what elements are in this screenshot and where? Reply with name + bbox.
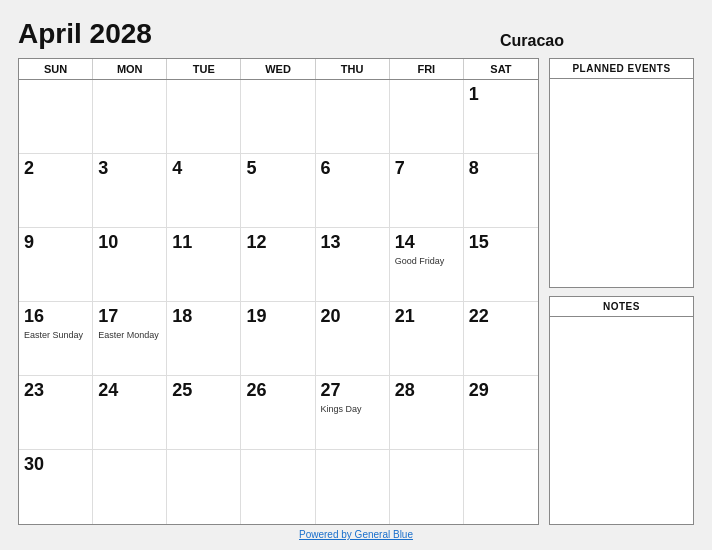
header: April 2028 Curacao: [18, 18, 694, 50]
calendar-cell: 10: [93, 228, 167, 302]
calendar-cell: 25: [167, 376, 241, 450]
calendar-cell: [390, 80, 464, 154]
day-number: 9: [24, 232, 34, 254]
day-number: 4: [172, 158, 182, 180]
calendar-cell: 20: [316, 302, 390, 376]
calendar-grid: 1234567891011121314Good Friday1516Easter…: [19, 80, 538, 524]
day-number: 8: [469, 158, 479, 180]
holiday-label: Easter Monday: [98, 330, 159, 341]
notes-content: [550, 317, 693, 437]
calendar-cell: 15: [464, 228, 538, 302]
calendar-cell: [19, 80, 93, 154]
calendar-cell: 4: [167, 154, 241, 228]
calendar-cell: 5: [241, 154, 315, 228]
calendar-cell: [167, 450, 241, 524]
calendar-cell: [316, 450, 390, 524]
day-number: 20: [321, 306, 341, 328]
calendar-cell: 21: [390, 302, 464, 376]
calendar-cell: 24: [93, 376, 167, 450]
calendar-cell: 29: [464, 376, 538, 450]
day-number: 22: [469, 306, 489, 328]
day-number: 17: [98, 306, 118, 328]
calendar-cell: 11: [167, 228, 241, 302]
day-number: 15: [469, 232, 489, 254]
day-number: 12: [246, 232, 266, 254]
day-header: MON: [93, 59, 167, 79]
planned-events-label: PLANNED EVENTS: [550, 59, 693, 79]
sidebar: PLANNED EVENTS NOTES: [549, 58, 694, 525]
day-number: 21: [395, 306, 415, 328]
calendar-section: SUNMONTUEWEDTHUFRISAT 123456789101112131…: [18, 58, 539, 525]
day-number: 25: [172, 380, 192, 402]
calendar-cell: 8: [464, 154, 538, 228]
day-number: 10: [98, 232, 118, 254]
calendar-cell: 30: [19, 450, 93, 524]
day-header: SUN: [19, 59, 93, 79]
planned-events-content: [550, 79, 693, 239]
calendar-cell: 12: [241, 228, 315, 302]
holiday-label: Good Friday: [395, 256, 445, 267]
calendar-cell: [241, 450, 315, 524]
calendar-cell: 3: [93, 154, 167, 228]
month-year-title: April 2028: [18, 18, 152, 50]
day-number: 2: [24, 158, 34, 180]
calendar-cell: [390, 450, 464, 524]
day-number: 14: [395, 232, 415, 254]
day-header: THU: [316, 59, 390, 79]
day-number: 3: [98, 158, 108, 180]
day-number: 7: [395, 158, 405, 180]
calendar-cell: 23: [19, 376, 93, 450]
day-number: 30: [24, 454, 44, 476]
calendar-cell: [167, 80, 241, 154]
main-content: SUNMONTUEWEDTHUFRISAT 123456789101112131…: [18, 58, 694, 525]
calendar-cell: 26: [241, 376, 315, 450]
day-header: FRI: [390, 59, 464, 79]
calendar-cell: 27Kings Day: [316, 376, 390, 450]
day-headers: SUNMONTUEWEDTHUFRISAT: [19, 59, 538, 80]
day-number: 6: [321, 158, 331, 180]
powered-by-link[interactable]: Powered by General Blue: [299, 529, 413, 540]
calendar-cell: [316, 80, 390, 154]
day-number: 19: [246, 306, 266, 328]
notes-box: NOTES: [549, 296, 694, 526]
day-number: 11: [172, 232, 192, 254]
calendar-cell: 13: [316, 228, 390, 302]
calendar-cell: 2: [19, 154, 93, 228]
day-number: 23: [24, 380, 44, 402]
calendar-cell: 17Easter Monday: [93, 302, 167, 376]
calendar-cell: [241, 80, 315, 154]
calendar-page: April 2028 Curacao SUNMONTUEWEDTHUFRISAT…: [0, 0, 712, 550]
calendar-cell: 18: [167, 302, 241, 376]
calendar-cell: 16Easter Sunday: [19, 302, 93, 376]
calendar-cell: 9: [19, 228, 93, 302]
calendar-cell: 19: [241, 302, 315, 376]
holiday-label: Kings Day: [321, 404, 362, 415]
calendar-cell: 7: [390, 154, 464, 228]
calendar-cell: [93, 450, 167, 524]
calendar-cell: 28: [390, 376, 464, 450]
calendar-cell: [464, 450, 538, 524]
day-header: TUE: [167, 59, 241, 79]
day-number: 27: [321, 380, 341, 402]
holiday-label: Easter Sunday: [24, 330, 83, 341]
planned-events-box: PLANNED EVENTS: [549, 58, 694, 288]
day-header: SAT: [464, 59, 538, 79]
day-number: 29: [469, 380, 489, 402]
calendar-cell: 1: [464, 80, 538, 154]
calendar-cell: [93, 80, 167, 154]
day-header: WED: [241, 59, 315, 79]
calendar-cell: 6: [316, 154, 390, 228]
day-number: 24: [98, 380, 118, 402]
day-number: 28: [395, 380, 415, 402]
day-number: 5: [246, 158, 256, 180]
day-number: 16: [24, 306, 44, 328]
day-number: 13: [321, 232, 341, 254]
powered-by: Powered by General Blue: [18, 529, 694, 540]
calendar-cell: 22: [464, 302, 538, 376]
day-number: 1: [469, 84, 479, 106]
calendar-cell: 14Good Friday: [390, 228, 464, 302]
day-number: 18: [172, 306, 192, 328]
country-title: Curacao: [500, 32, 694, 50]
notes-label: NOTES: [550, 297, 693, 317]
day-number: 26: [246, 380, 266, 402]
